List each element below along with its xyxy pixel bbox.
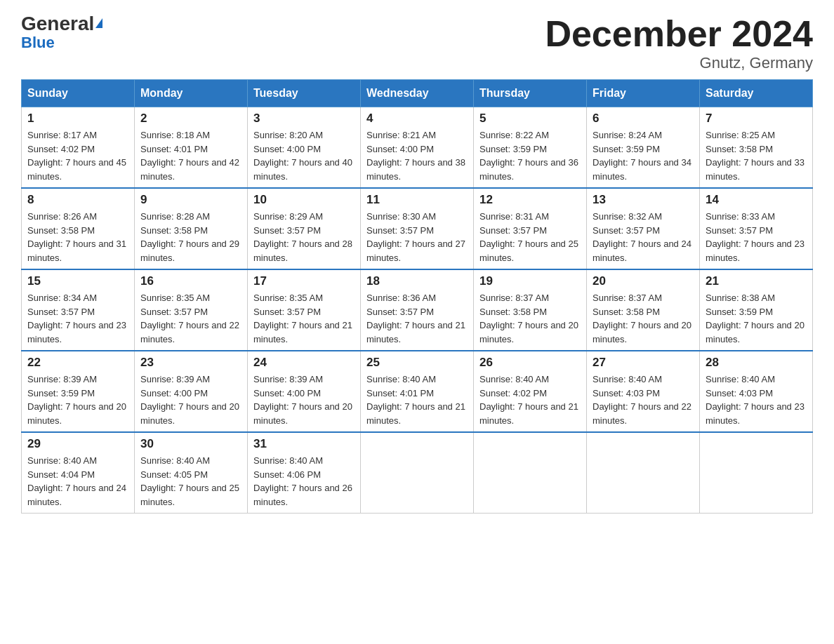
table-row: 18 Sunrise: 8:36 AMSunset: 3:57 PMDaylig… bbox=[361, 269, 474, 351]
cell-day-number: 3 bbox=[253, 112, 355, 126]
table-row: 11 Sunrise: 8:30 AMSunset: 3:57 PMDaylig… bbox=[361, 188, 474, 269]
table-row: 6 Sunrise: 8:24 AMSunset: 3:59 PMDayligh… bbox=[587, 107, 700, 189]
table-row: 17 Sunrise: 8:35 AMSunset: 3:57 PMDaylig… bbox=[248, 269, 361, 351]
table-row: 24 Sunrise: 8:39 AMSunset: 4:00 PMDaylig… bbox=[248, 351, 361, 432]
page-header: General Blue December 2024 Gnutz, German… bbox=[21, 14, 813, 72]
cell-day-number: 20 bbox=[593, 274, 694, 288]
table-row: 2 Sunrise: 8:18 AMSunset: 4:01 PMDayligh… bbox=[135, 107, 248, 189]
cell-day-number: 2 bbox=[140, 112, 241, 126]
table-row: 4 Sunrise: 8:21 AMSunset: 4:00 PMDayligh… bbox=[361, 107, 474, 189]
cell-day-number: 8 bbox=[27, 193, 128, 207]
cell-info: Sunrise: 8:28 AMSunset: 3:58 PMDaylight:… bbox=[140, 210, 241, 264]
table-row bbox=[587, 432, 700, 514]
cell-info: Sunrise: 8:24 AMSunset: 3:59 PMDaylight:… bbox=[593, 128, 694, 183]
cell-day-number: 11 bbox=[366, 193, 468, 207]
cell-info: Sunrise: 8:34 AMSunset: 3:57 PMDaylight:… bbox=[27, 291, 128, 346]
cell-info: Sunrise: 8:39 AMSunset: 4:00 PMDaylight:… bbox=[253, 373, 355, 427]
table-row: 1 Sunrise: 8:17 AMSunset: 4:02 PMDayligh… bbox=[22, 107, 135, 189]
cell-day-number: 14 bbox=[706, 193, 807, 207]
cell-info: Sunrise: 8:35 AMSunset: 3:57 PMDaylight:… bbox=[140, 291, 241, 346]
table-row: 23 Sunrise: 8:39 AMSunset: 4:00 PMDaylig… bbox=[135, 351, 248, 432]
table-row: 15 Sunrise: 8:34 AMSunset: 3:57 PMDaylig… bbox=[22, 269, 135, 351]
cell-day-number: 1 bbox=[27, 112, 128, 126]
cell-day-number: 22 bbox=[27, 356, 128, 370]
cell-day-number: 30 bbox=[140, 437, 241, 451]
cell-info: Sunrise: 8:31 AMSunset: 3:57 PMDaylight:… bbox=[479, 210, 581, 264]
title-block: December 2024 Gnutz, Germany bbox=[545, 14, 813, 72]
table-row: 27 Sunrise: 8:40 AMSunset: 4:03 PMDaylig… bbox=[587, 351, 700, 432]
cell-info: Sunrise: 8:32 AMSunset: 3:57 PMDaylight:… bbox=[593, 210, 694, 264]
col-monday: Monday bbox=[135, 80, 248, 107]
cell-info: Sunrise: 8:40 AMSunset: 4:02 PMDaylight:… bbox=[479, 373, 581, 427]
cell-day-number: 27 bbox=[593, 356, 694, 370]
table-row: 3 Sunrise: 8:20 AMSunset: 4:00 PMDayligh… bbox=[248, 107, 361, 189]
cell-info: Sunrise: 8:40 AMSunset: 4:06 PMDaylight:… bbox=[253, 454, 355, 509]
cell-info: Sunrise: 8:40 AMSunset: 4:05 PMDaylight:… bbox=[140, 454, 241, 509]
cell-info: Sunrise: 8:33 AMSunset: 3:57 PMDaylight:… bbox=[706, 210, 807, 264]
cell-day-number: 9 bbox=[140, 193, 241, 207]
cell-day-number: 15 bbox=[27, 274, 128, 288]
col-sunday: Sunday bbox=[22, 80, 135, 107]
cell-day-number: 28 bbox=[706, 356, 807, 370]
table-row bbox=[361, 432, 474, 514]
col-tuesday: Tuesday bbox=[248, 80, 361, 107]
cell-day-number: 17 bbox=[253, 274, 355, 288]
cell-day-number: 21 bbox=[706, 274, 807, 288]
table-row: 5 Sunrise: 8:22 AMSunset: 3:59 PMDayligh… bbox=[474, 107, 587, 189]
cell-info: Sunrise: 8:40 AMSunset: 4:04 PMDaylight:… bbox=[27, 454, 128, 509]
table-row: 25 Sunrise: 8:40 AMSunset: 4:01 PMDaylig… bbox=[361, 351, 474, 432]
table-row bbox=[474, 432, 587, 514]
cell-info: Sunrise: 8:25 AMSunset: 3:58 PMDaylight:… bbox=[706, 128, 807, 183]
cell-day-number: 29 bbox=[27, 437, 128, 451]
cell-info: Sunrise: 8:17 AMSunset: 4:02 PMDaylight:… bbox=[27, 128, 128, 183]
cell-day-number: 7 bbox=[706, 112, 807, 126]
cell-info: Sunrise: 8:18 AMSunset: 4:01 PMDaylight:… bbox=[140, 128, 241, 183]
cell-day-number: 31 bbox=[253, 437, 355, 451]
cell-info: Sunrise: 8:37 AMSunset: 3:58 PMDaylight:… bbox=[479, 291, 581, 346]
logo-arrow-icon bbox=[95, 18, 102, 28]
cell-info: Sunrise: 8:20 AMSunset: 4:00 PMDaylight:… bbox=[253, 128, 355, 183]
table-row: 13 Sunrise: 8:32 AMSunset: 3:57 PMDaylig… bbox=[587, 188, 700, 269]
cell-day-number: 16 bbox=[140, 274, 241, 288]
calendar-title: December 2024 bbox=[545, 14, 813, 54]
table-row: 9 Sunrise: 8:28 AMSunset: 3:58 PMDayligh… bbox=[135, 188, 248, 269]
cell-info: Sunrise: 8:40 AMSunset: 4:03 PMDaylight:… bbox=[593, 373, 694, 427]
cell-day-number: 26 bbox=[479, 356, 581, 370]
cell-info: Sunrise: 8:35 AMSunset: 3:57 PMDaylight:… bbox=[253, 291, 355, 346]
cell-info: Sunrise: 8:22 AMSunset: 3:59 PMDaylight:… bbox=[479, 128, 581, 183]
calendar-table: Sunday Monday Tuesday Wednesday Thursday… bbox=[21, 79, 813, 514]
cell-day-number: 12 bbox=[479, 193, 581, 207]
cell-info: Sunrise: 8:30 AMSunset: 3:57 PMDaylight:… bbox=[366, 210, 468, 264]
cell-day-number: 5 bbox=[479, 112, 581, 126]
table-row: 10 Sunrise: 8:29 AMSunset: 3:57 PMDaylig… bbox=[248, 188, 361, 269]
logo-blue-text: Blue bbox=[21, 34, 55, 52]
table-row: 7 Sunrise: 8:25 AMSunset: 3:58 PMDayligh… bbox=[700, 107, 813, 189]
table-row: 29 Sunrise: 8:40 AMSunset: 4:04 PMDaylig… bbox=[22, 432, 135, 514]
col-thursday: Thursday bbox=[474, 80, 587, 107]
cell-info: Sunrise: 8:40 AMSunset: 4:03 PMDaylight:… bbox=[706, 373, 807, 427]
cell-day-number: 13 bbox=[593, 193, 694, 207]
cell-info: Sunrise: 8:39 AMSunset: 4:00 PMDaylight:… bbox=[140, 373, 241, 427]
cell-info: Sunrise: 8:36 AMSunset: 3:57 PMDaylight:… bbox=[366, 291, 468, 346]
calendar-header-row: Sunday Monday Tuesday Wednesday Thursday… bbox=[22, 80, 813, 107]
cell-day-number: 18 bbox=[366, 274, 468, 288]
table-row: 22 Sunrise: 8:39 AMSunset: 3:59 PMDaylig… bbox=[22, 351, 135, 432]
cell-info: Sunrise: 8:37 AMSunset: 3:58 PMDaylight:… bbox=[593, 291, 694, 346]
cell-day-number: 19 bbox=[479, 274, 581, 288]
cell-day-number: 10 bbox=[253, 193, 355, 207]
cell-day-number: 24 bbox=[253, 356, 355, 370]
cell-day-number: 4 bbox=[366, 112, 468, 126]
table-row: 28 Sunrise: 8:40 AMSunset: 4:03 PMDaylig… bbox=[700, 351, 813, 432]
table-row bbox=[700, 432, 813, 514]
cell-day-number: 23 bbox=[140, 356, 241, 370]
col-friday: Friday bbox=[587, 80, 700, 107]
cell-info: Sunrise: 8:39 AMSunset: 3:59 PMDaylight:… bbox=[27, 373, 128, 427]
table-row: 12 Sunrise: 8:31 AMSunset: 3:57 PMDaylig… bbox=[474, 188, 587, 269]
table-row: 31 Sunrise: 8:40 AMSunset: 4:06 PMDaylig… bbox=[248, 432, 361, 514]
table-row: 26 Sunrise: 8:40 AMSunset: 4:02 PMDaylig… bbox=[474, 351, 587, 432]
table-row: 16 Sunrise: 8:35 AMSunset: 3:57 PMDaylig… bbox=[135, 269, 248, 351]
table-row: 21 Sunrise: 8:38 AMSunset: 3:59 PMDaylig… bbox=[700, 269, 813, 351]
calendar-subtitle: Gnutz, Germany bbox=[545, 54, 813, 72]
col-wednesday: Wednesday bbox=[361, 80, 474, 107]
table-row: 19 Sunrise: 8:37 AMSunset: 3:58 PMDaylig… bbox=[474, 269, 587, 351]
